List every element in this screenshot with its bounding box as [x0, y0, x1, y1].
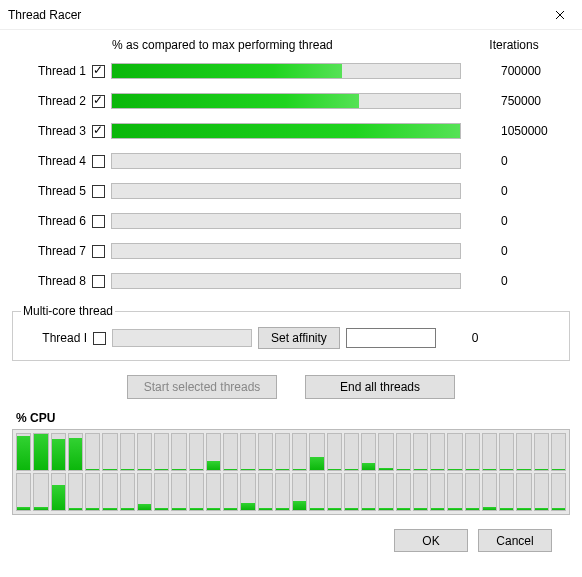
thread-bar: [111, 153, 461, 169]
cpu-cell: [171, 433, 186, 471]
cpu-fill: [448, 469, 461, 470]
cpu-fill: [362, 508, 375, 510]
cpu-cell: [223, 433, 238, 471]
cpu-row: [15, 472, 567, 512]
ok-button[interactable]: OK: [394, 529, 468, 552]
cpu-fill: [328, 469, 341, 470]
end-threads-button[interactable]: End all threads: [305, 375, 455, 399]
cpu-fill: [259, 469, 272, 470]
thread-checkbox[interactable]: [92, 125, 105, 138]
cpu-fill: [345, 469, 358, 470]
cpu-fill: [276, 508, 289, 510]
thread-checkbox[interactable]: [92, 155, 105, 168]
cpu-fill: [138, 469, 151, 470]
multicore-checkbox[interactable]: [93, 332, 106, 345]
cpu-fill: [121, 469, 134, 470]
cpu-fill: [241, 469, 254, 470]
cancel-button[interactable]: Cancel: [478, 529, 552, 552]
thread-label: Thread 4: [12, 154, 92, 168]
cpu-fill: [310, 508, 323, 510]
cpu-cell: [171, 473, 186, 511]
start-threads-button[interactable]: Start selected threads: [127, 375, 277, 399]
thread-bar: [111, 213, 461, 229]
cpu-cell: [413, 433, 428, 471]
cpu-cell: [327, 433, 342, 471]
cpu-cell: [275, 473, 290, 511]
cpu-fill: [224, 508, 237, 510]
thread-row: Thread 70: [12, 238, 570, 264]
cpu-fill: [52, 485, 65, 510]
thread-iterations: 0: [461, 274, 570, 288]
cpu-fill: [517, 508, 530, 510]
cpu-fill: [500, 469, 513, 470]
cpu-fill: [103, 469, 116, 470]
cpu-cell: [516, 473, 531, 511]
cpu-cell: [258, 433, 273, 471]
thread-bar-fill: [112, 64, 342, 78]
thread-label: Thread 7: [12, 244, 92, 258]
multicore-group: Multi-core thread Thread I Set affinity …: [12, 304, 570, 361]
cpu-cell: [33, 433, 48, 471]
cpu-cell: [430, 433, 445, 471]
thread-list: Thread 1700000Thread 2750000Thread 31050…: [12, 58, 570, 294]
cpu-fill: [293, 469, 306, 470]
cpu-cell: [16, 473, 31, 511]
window-title: Thread Racer: [8, 8, 538, 22]
cpu-fill: [155, 508, 168, 510]
thread-iterations: 0: [461, 184, 570, 198]
multicore-iterations: 0: [436, 331, 561, 345]
thread-checkbox[interactable]: [92, 245, 105, 258]
thread-checkbox[interactable]: [92, 95, 105, 108]
cpu-cell: [482, 473, 497, 511]
cpu-cell: [361, 473, 376, 511]
header-iterations: Iterations: [458, 38, 570, 52]
cpu-fill: [535, 508, 548, 510]
cpu-cell: [378, 433, 393, 471]
thread-row: Thread 40: [12, 148, 570, 174]
column-headers: % as compared to max performing thread I…: [12, 38, 570, 52]
cpu-cell: [396, 473, 411, 511]
cpu-cell: [465, 433, 480, 471]
cpu-fill: [172, 508, 185, 510]
cpu-cell: [33, 473, 48, 511]
cpu-fill: [17, 507, 30, 510]
cpu-fill: [224, 469, 237, 470]
cpu-fill: [69, 438, 82, 470]
thread-bar-fill: [112, 94, 359, 108]
thread-checkbox[interactable]: [92, 185, 105, 198]
cpu-cell: [551, 473, 566, 511]
thread-label: Thread 2: [12, 94, 92, 108]
cpu-cell: [430, 473, 445, 511]
close-button[interactable]: [538, 0, 582, 30]
thread-checkbox[interactable]: [92, 215, 105, 228]
cpu-fill: [121, 508, 134, 510]
cpu-cell: [516, 433, 531, 471]
affinity-input[interactable]: [346, 328, 436, 348]
cpu-cell: [396, 433, 411, 471]
cpu-fill: [328, 508, 341, 510]
cpu-cell: [102, 473, 117, 511]
thread-bar: [111, 273, 461, 289]
cpu-cell: [51, 433, 66, 471]
cpu-cell: [223, 473, 238, 511]
cpu-cell: [85, 433, 100, 471]
thread-bar: [111, 243, 461, 259]
cpu-fill: [190, 508, 203, 510]
cpu-fill: [207, 508, 220, 510]
cpu-fill: [431, 508, 444, 510]
cpu-fill: [276, 469, 289, 470]
cpu-fill: [293, 501, 306, 510]
cpu-cell: [344, 473, 359, 511]
thread-checkbox[interactable]: [92, 275, 105, 288]
set-affinity-button[interactable]: Set affinity: [258, 327, 340, 349]
titlebar: Thread Racer: [0, 0, 582, 30]
cpu-fill: [103, 508, 116, 510]
thread-iterations: 0: [461, 154, 570, 168]
cpu-fill: [241, 503, 254, 510]
footer-buttons: OK Cancel: [12, 515, 570, 552]
thread-checkbox[interactable]: [92, 65, 105, 78]
cpu-fill: [86, 469, 99, 470]
thread-row: Thread 1700000: [12, 58, 570, 84]
cpu-cell: [413, 473, 428, 511]
cpu-cell: [447, 473, 462, 511]
